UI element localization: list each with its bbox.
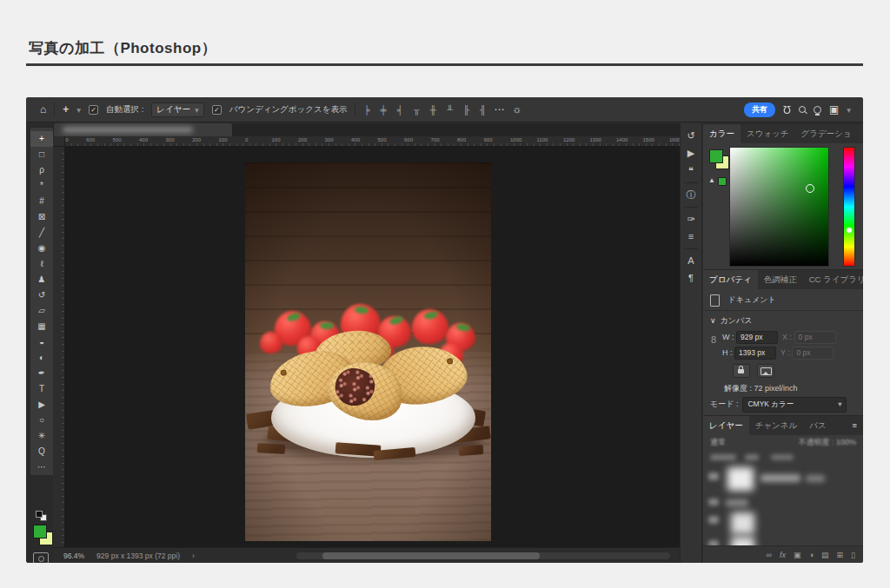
- layer-group-icon[interactable]: ▤: [821, 551, 829, 559]
- default-colors-icon[interactable]: [30, 511, 52, 521]
- tab-paths[interactable]: パス: [803, 416, 832, 435]
- layer-mask-icon[interactable]: ▣: [794, 551, 801, 559]
- rectangular-marquee-tool[interactable]: □: [30, 147, 53, 162]
- eyedropper-tool[interactable]: ╱: [30, 225, 53, 241]
- bell-icon[interactable]: Ω: [783, 103, 791, 116]
- layer-effects-icon[interactable]: fx: [780, 551, 786, 559]
- bounding-box-checkbox[interactable]: ✓: [212, 105, 222, 115]
- saturation-marker[interactable]: [806, 184, 814, 193]
- pen-tool[interactable]: ✒: [30, 366, 53, 381]
- zoom-tool[interactable]: Q: [30, 444, 53, 459]
- comments-panel-icon[interactable]: ❝: [688, 165, 694, 176]
- mode-dropdown[interactable]: CMYK カラー ▾: [742, 397, 847, 413]
- tool-presets-panel-icon[interactable]: ≡: [688, 231, 694, 242]
- auto-select-dropdown[interactable]: レイヤー ▾: [151, 102, 203, 117]
- type-tool[interactable]: T: [30, 381, 53, 397]
- more-options-icon[interactable]: ⋯: [494, 103, 504, 116]
- spot-healing-brush-tool[interactable]: ◉: [30, 241, 53, 256]
- canvas-section-header[interactable]: ∨ カンバス: [710, 315, 863, 327]
- status-bar: 96.4% 929 px x 1393 px (72 ppi) ›: [53, 547, 680, 563]
- opacity-value[interactable]: 不透明度 : 100%: [798, 437, 856, 448]
- shape-tool[interactable]: ○: [30, 413, 53, 428]
- gear-icon[interactable]: ☼: [512, 103, 521, 116]
- align-center-h-icon[interactable]: ╪: [381, 105, 387, 115]
- canvas-image[interactable]: [245, 162, 491, 541]
- move-tool-icon[interactable]: +: [63, 103, 69, 116]
- blend-mode-value[interactable]: 通常: [710, 437, 726, 448]
- foreground-color-swatch[interactable]: [709, 149, 723, 163]
- new-layer-icon[interactable]: ⊞: [837, 551, 844, 559]
- distribute-v-icon[interactable]: ╢: [480, 105, 486, 115]
- chevron-down-icon[interactable]: ▾: [76, 105, 81, 115]
- align-bottom-icon[interactable]: ╨: [447, 105, 453, 115]
- move-tool[interactable]: +: [30, 131, 53, 147]
- workspace-icon[interactable]: ▣: [829, 103, 839, 116]
- auto-select-checkbox[interactable]: ✓: [89, 105, 98, 115]
- character-panel-icon[interactable]: A: [687, 255, 694, 267]
- quick-selection-tool[interactable]: *: [30, 178, 53, 194]
- clone-stamp-tool[interactable]: ♟: [30, 272, 53, 287]
- document-tab[interactable]: [54, 123, 232, 136]
- gamut-color-swatch[interactable]: [718, 177, 727, 186]
- history-panel-icon[interactable]: ↺: [687, 130, 694, 142]
- search-icon[interactable]: [799, 106, 806, 113]
- layers-list-blurred[interactable]: [703, 450, 863, 545]
- page-title: 写真の加工（Photoshop）: [29, 38, 216, 58]
- align-middle-icon[interactable]: ╫: [430, 105, 436, 115]
- height-field[interactable]: 1393 px: [734, 347, 776, 360]
- saturation-field[interactable]: [729, 147, 829, 267]
- width-field[interactable]: 929 px: [736, 331, 778, 344]
- tab-adjustments[interactable]: 色調補正: [758, 270, 803, 289]
- more-tools[interactable]: ⋯: [30, 459, 53, 475]
- frame-tool[interactable]: ⊠: [30, 209, 53, 225]
- align-right-icon[interactable]: ╡: [397, 105, 403, 115]
- info-panel-icon[interactable]: ⓘ: [687, 189, 696, 201]
- chevron-right-icon[interactable]: ›: [192, 552, 195, 560]
- align-left-icon[interactable]: ╞: [363, 105, 369, 115]
- actions-panel-icon[interactable]: ▶: [687, 148, 694, 159]
- quick-mask-button[interactable]: [33, 552, 49, 563]
- paragraph-panel-icon[interactable]: ¶: [688, 273, 694, 284]
- eraser-tool[interactable]: ▱: [30, 303, 53, 319]
- tab-layers[interactable]: レイヤー: [703, 416, 749, 435]
- share-button[interactable]: 共有: [744, 102, 775, 117]
- tab-cc-libraries[interactable]: CC ライブラリ: [803, 270, 863, 289]
- path-selection-tool[interactable]: ▶: [30, 397, 53, 413]
- lasso-tool[interactable]: ρ: [30, 162, 53, 178]
- brush-tool[interactable]: ℓ: [30, 256, 53, 272]
- tab-patterns[interactable]: パターン: [858, 124, 863, 143]
- tab-color[interactable]: カラー: [703, 124, 741, 143]
- panel-menu-icon[interactable]: ≡: [846, 416, 863, 435]
- lightbulb-icon[interactable]: [814, 106, 821, 114]
- home-icon[interactable]: ⌂: [40, 103, 46, 116]
- crop-tool[interactable]: #: [30, 194, 53, 209]
- chevron-down-icon[interactable]: ▾: [847, 105, 851, 115]
- brush-settings-panel-icon[interactable]: ✑: [687, 214, 694, 225]
- ruler-label: 400: [139, 137, 148, 142]
- scrollbar-thumb[interactable]: [322, 552, 540, 559]
- delete-layer-icon[interactable]: ▯: [851, 551, 855, 559]
- tab-properties[interactable]: プロパティ: [703, 270, 758, 289]
- gradient-tool[interactable]: ▦: [30, 319, 53, 334]
- horizontal-scrollbar[interactable]: [296, 552, 670, 559]
- adjustment-layer-icon[interactable]: ◑: [809, 551, 814, 559]
- foreground-color-swatch[interactable]: [33, 525, 47, 538]
- blur-tool[interactable]: ◒: [30, 334, 53, 350]
- dodge-tool[interactable]: ◐: [30, 350, 53, 366]
- artboard-button[interactable]: [757, 364, 774, 378]
- zoom-level[interactable]: 96.4%: [63, 552, 84, 560]
- hand-tool[interactable]: ✳: [30, 428, 53, 444]
- constrain-proportions-icon[interactable]: 8: [711, 334, 716, 345]
- distribute-h-icon[interactable]: ╟: [463, 105, 469, 115]
- tab-gradients[interactable]: グラデーショ: [795, 124, 858, 143]
- layers-panel: レイヤー チャンネル パス ≡ 通常 不透明度 : 100% ∞fx▣◑▤⊞▯: [703, 415, 863, 563]
- hue-marker[interactable]: [847, 228, 852, 233]
- tab-channels[interactable]: チャンネル: [749, 416, 804, 435]
- align-top-icon[interactable]: ╥: [414, 105, 420, 115]
- lock-button[interactable]: [733, 364, 750, 378]
- tab-swatches[interactable]: スウォッチ: [741, 124, 795, 143]
- history-brush-tool[interactable]: ↺: [30, 287, 53, 303]
- hue-slider[interactable]: [843, 147, 855, 267]
- link-layers-icon[interactable]: ∞: [767, 551, 772, 559]
- canvas[interactable]: [64, 146, 680, 547]
